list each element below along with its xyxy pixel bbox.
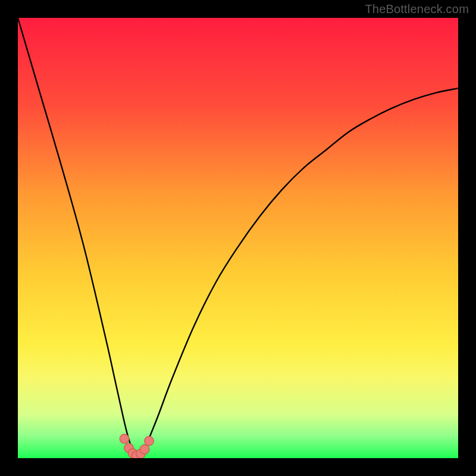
bottleneck-curve: [18, 18, 458, 456]
attribution-text: TheBottleneck.com: [365, 2, 469, 16]
chart-frame: TheBottleneck.com: [0, 0, 476, 476]
marker-point: [120, 434, 129, 444]
curve-layer: [18, 18, 458, 458]
plot-area: [18, 18, 458, 458]
marker-point: [145, 436, 154, 446]
low-bottleneck-markers: [120, 434, 154, 458]
marker-point: [140, 444, 149, 454]
